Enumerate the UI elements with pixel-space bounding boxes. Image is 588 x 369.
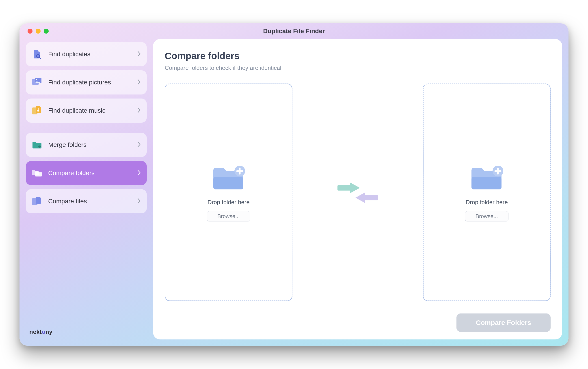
- browse-button-right[interactable]: Browse...: [465, 211, 508, 221]
- sidebar-divider: [27, 128, 146, 128]
- pictures-icon: [32, 77, 42, 88]
- sidebar-item-find-duplicate-music[interactable]: Find duplicate music: [26, 99, 147, 123]
- sidebar-item-label: Find duplicate music: [48, 107, 105, 114]
- page-title: Compare folders: [165, 51, 551, 61]
- dropzone-label: Drop folder here: [466, 199, 508, 206]
- sidebar-item-find-duplicate-pictures[interactable]: Find duplicate pictures: [26, 70, 147, 94]
- dropzone-label: Drop folder here: [208, 199, 250, 206]
- chevron-right-icon: [137, 142, 141, 148]
- sidebar-item-merge-folders[interactable]: Merge folders: [26, 133, 147, 157]
- sidebar-item-label: Compare folders: [48, 170, 94, 177]
- window-title: Duplicate File Finder: [20, 28, 568, 35]
- file-search-icon: [32, 49, 42, 60]
- sidebar-item-find-duplicates[interactable]: Find duplicates: [26, 42, 147, 66]
- folder-plus-icon: [211, 164, 246, 194]
- svg-line-1: [39, 57, 41, 59]
- browse-button-left[interactable]: Browse...: [207, 211, 250, 221]
- main-header: Compare folders Compare folders to check…: [153, 39, 562, 74]
- page-subtitle: Compare folders to check if they are ide…: [165, 64, 551, 72]
- compare-arrows-icon: [293, 83, 423, 301]
- titlebar: Duplicate File Finder: [20, 23, 568, 39]
- sidebar-item-compare-files[interactable]: Compare files: [26, 189, 147, 213]
- svg-point-5: [37, 110, 39, 112]
- sidebar-item-label: Find duplicate pictures: [48, 79, 111, 86]
- chevron-right-icon: [137, 107, 141, 114]
- chevron-right-icon: [137, 79, 141, 86]
- dropzone-left[interactable]: Drop folder here Browse...: [165, 83, 293, 301]
- sidebar-item-label: Merge folders: [48, 141, 86, 148]
- merge-folders-icon: [32, 140, 42, 150]
- brand-logo: nektony: [26, 328, 147, 339]
- compare-folders-button[interactable]: Compare Folders: [456, 313, 551, 332]
- chevron-right-icon: [137, 170, 141, 176]
- svg-rect-8: [337, 185, 351, 191]
- folder-plus-icon: [469, 164, 505, 194]
- chevron-right-icon: [137, 51, 141, 58]
- dropzone-right[interactable]: Drop folder here Browse...: [423, 83, 551, 301]
- svg-rect-9: [364, 195, 378, 200]
- sidebar-item-label: Find duplicates: [48, 51, 90, 58]
- music-files-icon: [32, 105, 42, 116]
- sidebar-group-find: Find duplicates Find duplica: [26, 42, 147, 123]
- sidebar-item-label: Compare files: [48, 198, 87, 205]
- sidebar-group-tools: Merge folders Compare folders: [26, 133, 147, 213]
- sidebar: Find duplicates Find duplica: [26, 39, 147, 339]
- chevron-right-icon: [137, 198, 141, 205]
- svg-point-4: [36, 79, 37, 80]
- main-footer: Compare Folders: [153, 306, 562, 339]
- sidebar-item-compare-folders[interactable]: Compare folders: [26, 161, 147, 185]
- main-panel: Compare folders Compare folders to check…: [153, 39, 562, 339]
- compare-files-icon: [32, 196, 42, 207]
- app-window: Duplicate File Finder Find duplicates: [20, 23, 568, 346]
- compare-folders-icon: [32, 168, 42, 178]
- svg-rect-10: [472, 177, 502, 189]
- app-body: Find duplicates Find duplica: [20, 39, 568, 346]
- dropzones-row: Drop folder here Browse...: [153, 74, 562, 306]
- svg-rect-6: [213, 177, 243, 189]
